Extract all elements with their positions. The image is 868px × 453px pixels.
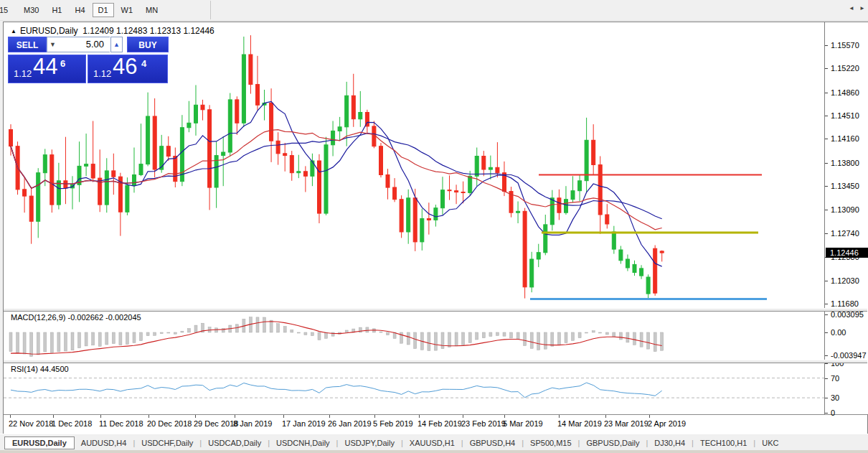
- axis-tick-mark: [825, 363, 828, 364]
- axis-tick-mark: [825, 45, 828, 46]
- date-tick-mark: [195, 415, 196, 418]
- macd-signal-line: [11, 322, 662, 355]
- timeframe-button-H1[interactable]: H1: [46, 3, 67, 17]
- axis-tick-mark: [825, 304, 828, 304]
- date-tick-label: 23 Mar 2019: [604, 419, 648, 428]
- timeframe-button-D1[interactable]: D1: [93, 3, 114, 17]
- date-tick-label: 23 Feb 2019: [461, 419, 506, 428]
- axis-tick-mark: [825, 163, 828, 164]
- chart-tab-AUDUSD-H4[interactable]: AUDUSD,H4: [75, 436, 133, 449]
- chart-tab-GBPUSD-Daily[interactable]: GBPUSD,Daily: [580, 436, 646, 449]
- chart-tab-SP500-M15[interactable]: SP500,M15: [524, 436, 577, 449]
- timeframe-button-M30[interactable]: M30: [18, 3, 44, 17]
- bid-pip-digit: 6: [60, 58, 65, 69]
- volume-input[interactable]: 5.00: [58, 37, 110, 52]
- date-tick-label: 1 Dec 2018: [52, 419, 92, 428]
- axis-tick-mark: [825, 398, 828, 398]
- date-tick-mark: [504, 415, 505, 418]
- date-axis[interactable]: 22 Nov 20181 Dec 201811 Dec 201820 Dec 2…: [4, 414, 867, 434]
- date-tick-label: 14 Feb 2019: [418, 419, 462, 428]
- date-tick-label: 14 Mar 2019: [557, 419, 602, 428]
- toolbar-separator: [210, 1, 211, 19]
- date-tick-label: 26 Jan 2019: [328, 419, 372, 428]
- bid-quote-button[interactable]: 1.12 44 6: [8, 55, 86, 83]
- timeframe-button-15[interactable]: 15: [0, 3, 16, 17]
- chart-tab-bar: EURUSD,DailyAUDUSD,H4|USDCHF,Daily|USDCA…: [0, 434, 868, 451]
- bottom-strip: [0, 450, 868, 453]
- collapse-icon[interactable]: ▲: [11, 28, 16, 34]
- axis-tick-mark: [825, 68, 828, 69]
- date-tick-label: 8 Jan 2019: [233, 419, 272, 428]
- chart-tab-TECH100-H1[interactable]: TECH100,H1: [694, 436, 753, 449]
- date-tick-mark: [463, 415, 463, 418]
- chart-window: ▲EURUSD,Daily 1.12409 1.12483 1.12313 1.…: [3, 22, 868, 434]
- axis-tick-mark: [825, 355, 828, 356]
- tab-scroll-left-icon[interactable]: ◄: [849, 5, 854, 11]
- axis-tick-mark: [825, 332, 828, 333]
- axis-tick-mark: [825, 314, 828, 315]
- axis-tick-label: 1.12740: [831, 229, 859, 238]
- axis-tick-mark: [825, 413, 828, 414]
- date-tick-label: 5 Mar 2019: [503, 419, 543, 428]
- date-tick-label: 17 Jan 2019: [282, 419, 326, 428]
- ask-pip-digit: 4: [141, 58, 146, 69]
- chart-title: ▲EURUSD,Daily 1.12409 1.12483 1.12313 1.…: [11, 26, 214, 36]
- chart-tab-UKC[interactable]: UKC: [755, 436, 785, 449]
- timeframe-toolbar: 15M30H1H4D1W1MN: [0, 0, 868, 21]
- timeframe-button-W1[interactable]: W1: [115, 3, 139, 17]
- axis-tick-label: 70: [831, 374, 839, 383]
- price-axis[interactable]: 1.155701.152201.148601.145101.141601.138…: [824, 22, 868, 414]
- timeframe-button-H4[interactable]: H4: [69, 3, 90, 17]
- mt4-terminal: { "toolbar": { "timeframes": [ {"label":…: [0, 0, 868, 453]
- date-tick-mark: [148, 415, 149, 418]
- chart-tab-USDCHF-Daily[interactable]: USDCHF,Daily: [135, 436, 199, 449]
- pane-splitter[interactable]: [4, 308, 867, 312]
- chart-tab-GBPUSD-H4[interactable]: GBPUSD,H4: [463, 436, 522, 449]
- axis-tick-label: 1.14510: [831, 111, 859, 120]
- axis-tick-label: 0.00: [831, 328, 846, 337]
- date-tick-mark: [10, 415, 11, 418]
- rsi-line: [11, 383, 662, 398]
- chart-tab-USDJPY-Daily[interactable]: USDJPY,Daily: [338, 436, 401, 449]
- pane-splitter[interactable]: [4, 360, 867, 363]
- axis-tick-label: 30: [831, 393, 839, 402]
- ask-prefix: 1.12: [93, 68, 111, 79]
- date-tick-mark: [419, 415, 420, 418]
- axis-tick-label: 1.11680: [831, 299, 859, 308]
- sell-button[interactable]: SELL: [8, 37, 47, 52]
- rsi-pane[interactable]: [4, 362, 824, 414]
- chart-tab-XAUUSD-H1[interactable]: XAUUSD,H1: [403, 436, 461, 449]
- axis-tick-mark: [825, 186, 828, 187]
- date-tick-mark: [649, 415, 650, 418]
- timeframe-button-MN[interactable]: MN: [140, 3, 164, 17]
- date-tick-mark: [283, 415, 284, 418]
- axis-tick-label: 1.15220: [831, 64, 859, 73]
- date-tick-mark: [605, 415, 606, 418]
- ask-quote-button[interactable]: 1.12 46 4: [88, 55, 168, 83]
- axis-tick-label: 0: [831, 408, 835, 417]
- date-tick-label: 20 Dec 2018: [147, 419, 192, 428]
- chart-tab-DJ30-H4[interactable]: DJ30,H4: [648, 436, 692, 449]
- date-tick-label: 29 Dec 2018: [194, 419, 238, 428]
- chart-tab-EURUSD-Daily[interactable]: EURUSD,Daily: [4, 436, 75, 449]
- date-tick-mark: [374, 415, 375, 418]
- axis-tick-mark: [825, 139, 828, 139]
- volume-increase-button[interactable]: ▲: [110, 37, 123, 52]
- chart-tab-USDCAD-Daily[interactable]: USDCAD,Daily: [202, 436, 268, 449]
- date-tick-label: 22 Nov 2018: [9, 419, 53, 428]
- date-tick-mark: [559, 415, 560, 418]
- current-price-tag: 1.12446: [826, 248, 868, 258]
- ask-big-digits: 46: [113, 54, 137, 80]
- axis-tick-label: 1.12030: [831, 276, 859, 285]
- date-tick-label: 11 Dec 2018: [99, 419, 143, 428]
- axis-tick-label: 1.13090: [831, 205, 859, 214]
- bid-big-digits: 44: [33, 54, 57, 80]
- date-tick-label: 5 Feb 2019: [373, 419, 413, 428]
- buy-button[interactable]: BUY: [127, 37, 169, 52]
- axis-tick-label: 1.14160: [831, 134, 859, 143]
- volume-decrease-button[interactable]: ▼: [47, 37, 59, 52]
- chart-symbol-period: EURUSD,Daily: [20, 26, 78, 36]
- chart-tab-USDCNH-Daily[interactable]: USDCNH,Daily: [270, 436, 336, 449]
- tab-scroll-right-icon[interactable]: ►: [859, 5, 865, 11]
- axis-tick-label: 1.13450: [831, 182, 859, 190]
